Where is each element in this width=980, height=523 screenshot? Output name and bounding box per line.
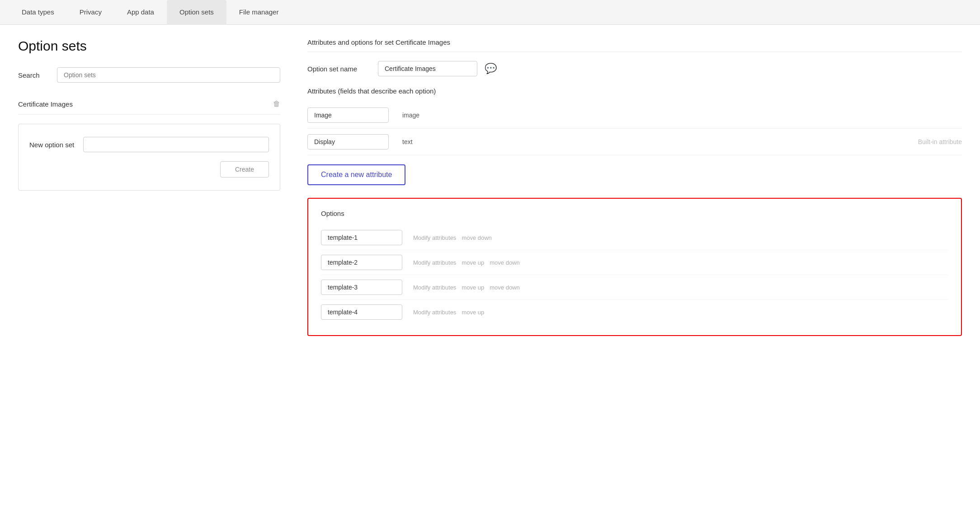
- attribute-name-input-display[interactable]: [307, 134, 389, 149]
- option-row-4: Modify attributes move up: [321, 300, 948, 324]
- right-panel: Attributes and options for set Certifica…: [307, 38, 962, 418]
- option-row-1: Modify attributes move down: [321, 225, 948, 250]
- modify-attributes-link-1[interactable]: Modify attributes: [413, 234, 456, 241]
- tab-data-types[interactable]: Data types: [9, 0, 67, 25]
- attribute-row-image: image: [307, 102, 962, 129]
- create-btn-row: Create: [29, 161, 269, 177]
- new-option-input[interactable]: [83, 137, 269, 152]
- search-row: Search: [18, 67, 280, 83]
- move-down-link-1[interactable]: move down: [462, 234, 491, 241]
- option-actions-1: Modify attributes move down: [413, 234, 492, 241]
- modify-attributes-link-3[interactable]: Modify attributes: [413, 284, 456, 291]
- attribute-row-display: text Built-in attribute: [307, 129, 962, 155]
- new-option-set-box: New option set Create: [18, 124, 280, 191]
- option-set-name: Certificate Images: [18, 100, 73, 108]
- option-actions-2: Modify attributes move up move down: [413, 259, 520, 266]
- attribute-type-display: text: [402, 138, 438, 145]
- option-name-input-1[interactable]: [321, 230, 402, 245]
- page-title: Option sets: [18, 38, 280, 54]
- option-actions-4: Modify attributes move up: [413, 309, 484, 316]
- option-set-name-input[interactable]: [378, 61, 477, 76]
- attribute-type-image: image: [402, 112, 438, 119]
- option-row-3: Modify attributes move up move down: [321, 275, 948, 300]
- certificate-images-item[interactable]: Certificate Images 🗑: [18, 93, 280, 115]
- option-set-name-row: Option set name 💬: [307, 61, 962, 76]
- option-name-input-3[interactable]: [321, 280, 402, 295]
- tab-file-manager[interactable]: File manager: [226, 0, 292, 25]
- tab-privacy[interactable]: Privacy: [67, 0, 114, 25]
- modify-attributes-link-4[interactable]: Modify attributes: [413, 309, 456, 316]
- move-up-link-2[interactable]: move up: [462, 259, 484, 266]
- move-up-link-3[interactable]: move up: [462, 284, 484, 291]
- new-option-row: New option set: [29, 137, 269, 152]
- search-input[interactable]: [57, 67, 280, 83]
- built-in-label: Built-in attribute: [918, 138, 962, 145]
- delete-icon[interactable]: 🗑: [273, 100, 280, 108]
- option-name-input-2[interactable]: [321, 255, 402, 270]
- tab-app-data[interactable]: App data: [114, 0, 167, 25]
- options-section: Options Modify attributes move down Modi…: [307, 198, 962, 336]
- create-option-set-button[interactable]: Create: [220, 161, 269, 177]
- tab-option-sets[interactable]: Option sets: [167, 0, 226, 25]
- attribute-name-input-image[interactable]: [307, 107, 389, 123]
- option-set-name-label: Option set name: [307, 65, 371, 73]
- modify-attributes-link-2[interactable]: Modify attributes: [413, 259, 456, 266]
- create-attribute-button[interactable]: Create a new attribute: [307, 164, 405, 185]
- tabs-bar: Data types Privacy App data Option sets …: [0, 0, 980, 25]
- move-up-link-4[interactable]: move up: [462, 309, 484, 316]
- attributes-label: Attributes (fields that describe each op…: [307, 87, 962, 95]
- search-label: Search: [18, 71, 50, 79]
- move-down-link-2[interactable]: move down: [490, 259, 519, 266]
- left-panel: Option sets Search Certificate Images 🗑 …: [18, 38, 280, 418]
- move-down-link-3[interactable]: move down: [490, 284, 519, 291]
- new-option-label: New option set: [29, 141, 74, 149]
- comment-icon[interactable]: 💬: [485, 63, 497, 75]
- option-actions-3: Modify attributes move up move down: [413, 284, 520, 291]
- main-content: Option sets Search Certificate Images 🗑 …: [0, 25, 980, 431]
- right-panel-title: Attributes and options for set Certifica…: [307, 38, 962, 52]
- option-row-2: Modify attributes move up move down: [321, 250, 948, 275]
- options-title: Options: [321, 210, 948, 217]
- option-name-input-4[interactable]: [321, 304, 402, 320]
